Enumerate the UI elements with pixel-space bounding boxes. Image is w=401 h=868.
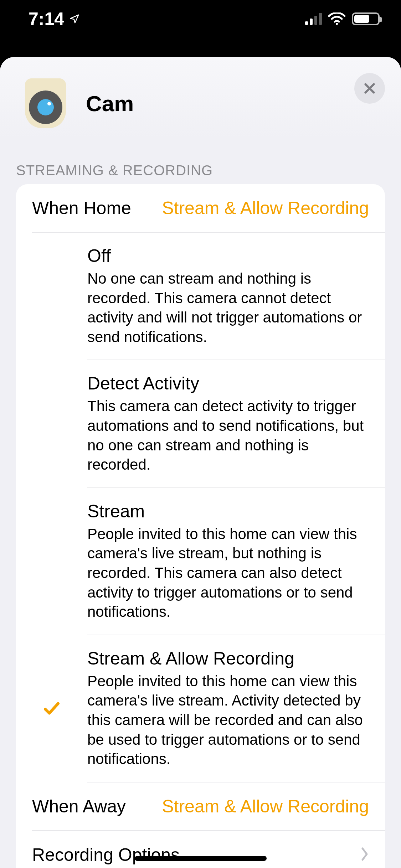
option-title: Stream xyxy=(87,501,369,522)
checkmark-slot xyxy=(16,373,87,474)
option-title: Stream & Allow Recording xyxy=(87,648,369,669)
option-title: Detect Activity xyxy=(87,373,369,394)
option-desc: This camera can detect activity to trigg… xyxy=(87,397,369,474)
when-away-row[interactable]: When Away Stream & Allow Recording xyxy=(16,782,385,830)
camera-accessory-icon xyxy=(25,78,66,128)
checkmark-slot xyxy=(16,246,87,347)
checkmark-icon xyxy=(42,699,61,718)
location-icon xyxy=(69,14,80,24)
when-away-value: Stream & Allow Recording xyxy=(162,796,369,817)
checkmark-slot xyxy=(16,648,87,769)
option-off[interactable]: Off No one can stream and nothing is rec… xyxy=(16,233,385,360)
status-time: 7:14 xyxy=(29,9,80,29)
when-home-label: When Home xyxy=(32,198,131,218)
status-bar: 7:14 xyxy=(0,0,401,57)
close-icon xyxy=(363,81,377,95)
option-stream[interactable]: Stream People invited to this home can v… xyxy=(16,488,385,635)
when-away-label: When Away xyxy=(32,796,126,817)
recording-options-label: Recording Options xyxy=(32,844,180,865)
checkmark-slot xyxy=(16,501,87,622)
option-desc: People invited to this home can view thi… xyxy=(87,672,369,769)
settings-sheet: Cam STREAMING & RECORDING When Home Stre… xyxy=(0,57,401,868)
when-home-row[interactable]: When Home Stream & Allow Recording xyxy=(16,184,385,232)
option-title: Off xyxy=(87,246,369,266)
option-stream-record[interactable]: Stream & Allow Recording People invited … xyxy=(16,635,385,782)
sheet-header: Cam xyxy=(0,57,401,139)
wifi-icon xyxy=(328,12,345,25)
when-home-value: Stream & Allow Recording xyxy=(162,198,369,218)
time-text: 7:14 xyxy=(29,9,64,29)
accessory-title: Cam xyxy=(86,91,134,116)
option-detect-activity[interactable]: Detect Activity This camera can detect a… xyxy=(16,360,385,487)
cellular-signal-icon xyxy=(305,13,322,25)
chevron-right-icon xyxy=(360,847,369,863)
option-desc: No one can stream and nothing is recorde… xyxy=(87,269,369,347)
battery-icon xyxy=(352,12,380,25)
recording-options-row[interactable]: Recording Options xyxy=(16,831,385,868)
svg-point-0 xyxy=(336,23,338,25)
section-header: STREAMING & RECORDING xyxy=(0,139,401,184)
home-indicator[interactable] xyxy=(135,856,267,861)
settings-card: When Home Stream & Allow Recording Off N… xyxy=(16,184,385,868)
close-button[interactable] xyxy=(354,73,385,104)
option-desc: People invited to this home can view thi… xyxy=(87,525,369,622)
